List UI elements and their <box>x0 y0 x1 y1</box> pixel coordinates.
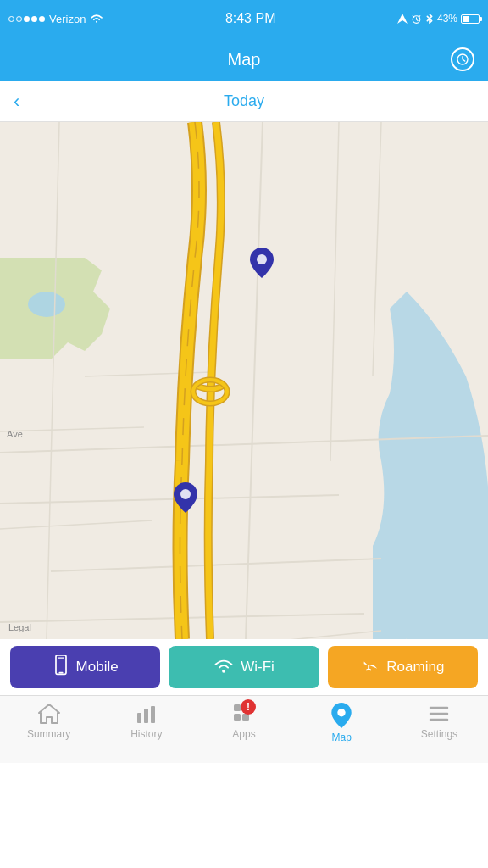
tab-settings[interactable]: Settings <box>391 703 488 740</box>
mobile-mode-button[interactable]: Mobile <box>10 646 160 688</box>
app-header: Map <box>0 37 488 81</box>
battery-indicator <box>461 14 480 24</box>
signal-dot-1 <box>8 16 14 22</box>
tab-apps[interactable]: ! Apps <box>195 703 292 740</box>
tab-apps-label: Apps <box>232 728 255 740</box>
signal-dot-5 <box>39 16 45 22</box>
map-background: US Plains Rd Ave <box>0 122 488 639</box>
wifi-icon <box>214 658 234 677</box>
list-icon <box>427 703 451 725</box>
location-status-icon <box>397 14 408 24</box>
roaming-button-label: Roaming <box>386 659 444 676</box>
tab-history-label: History <box>130 728 162 740</box>
roaming-mode-button[interactable]: Roaming <box>328 646 478 688</box>
map-pin-2[interactable] <box>174 482 197 511</box>
clock-icon <box>456 53 469 66</box>
mobile-icon <box>53 655 69 680</box>
svg-rect-32 <box>151 706 155 723</box>
airplane-icon <box>361 656 380 679</box>
svg-marker-0 <box>397 14 408 24</box>
svg-rect-28 <box>58 657 64 658</box>
svg-rect-35 <box>234 714 241 721</box>
wifi-button-label: Wi-Fi <box>241 659 274 676</box>
status-right: 43% <box>397 13 480 25</box>
bluetooth-icon <box>425 13 434 25</box>
wifi-mode-button[interactable]: Wi-Fi <box>169 646 319 688</box>
status-bar: Verizon 8:43 PM 43% <box>0 0 488 37</box>
back-button[interactable]: ‹ <box>14 91 19 113</box>
tab-history[interactable]: History <box>97 703 195 740</box>
header-title: Map <box>228 50 261 70</box>
svg-point-37 <box>338 709 346 716</box>
svg-rect-30 <box>137 713 141 723</box>
tab-summary[interactable]: Summary <box>0 703 97 740</box>
alarm-icon <box>411 14 422 25</box>
map-pin-1[interactable] <box>250 248 274 276</box>
svg-point-29 <box>222 669 225 672</box>
svg-point-4 <box>28 292 65 317</box>
signal-dots <box>8 16 45 22</box>
wifi-status-icon <box>90 14 103 25</box>
svg-text:Ave: Ave <box>7 429 23 439</box>
apps-badge: ! <box>241 699 256 715</box>
tab-summary-label: Summary <box>27 728 70 740</box>
map-pin-icon <box>330 703 352 728</box>
signal-dot-2 <box>16 16 22 22</box>
mode-buttons-row: Mobile Wi-Fi Roaming <box>0 639 488 695</box>
mobile-button-label: Mobile <box>76 659 119 676</box>
svg-rect-33 <box>234 704 241 711</box>
tab-map-label: Map <box>332 732 352 743</box>
svg-rect-31 <box>144 709 148 723</box>
home-icon <box>37 703 61 725</box>
map-legal-text: Legal <box>8 622 31 632</box>
svg-point-25 <box>180 489 191 499</box>
signal-dot-3 <box>24 16 30 22</box>
svg-rect-27 <box>58 671 63 673</box>
svg-rect-36 <box>242 714 249 721</box>
carrier-label: Verizon <box>49 13 86 25</box>
bar-chart-icon <box>135 703 158 725</box>
tab-bar: Summary History ! Apps Map <box>0 695 488 763</box>
date-label: Today <box>224 92 264 110</box>
battery-pct: 43% <box>437 13 458 25</box>
signal-dot-4 <box>31 16 37 22</box>
battery-fill <box>463 16 469 22</box>
status-left: Verizon <box>8 13 103 25</box>
date-navigation: ‹ Today <box>0 81 488 122</box>
tab-settings-label: Settings <box>421 728 458 740</box>
clock-button[interactable] <box>451 47 474 71</box>
map-view[interactable]: US Plains Rd Ave Legal <box>0 122 488 639</box>
svg-point-24 <box>257 254 267 264</box>
status-time: 8:43 PM <box>225 11 276 26</box>
tab-map[interactable]: Map <box>293 703 391 743</box>
